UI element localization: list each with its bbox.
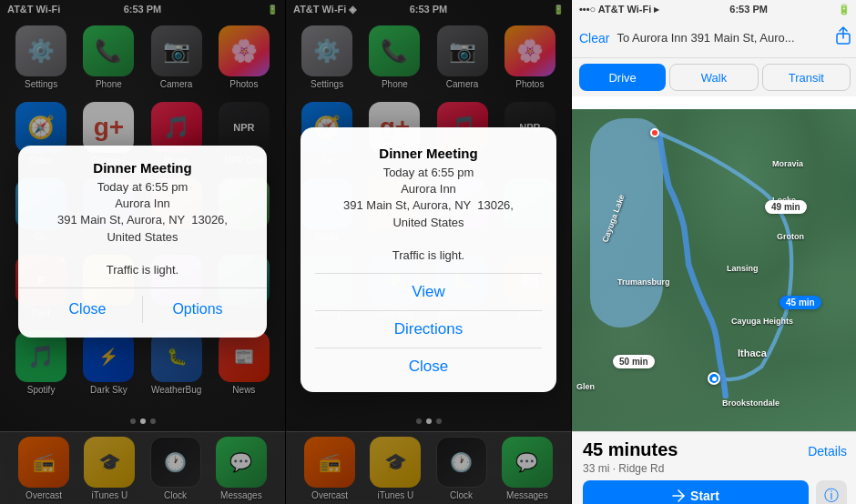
time-bubble-50: 50 min: [613, 355, 655, 368]
maps-time: 6:53 PM: [729, 4, 768, 15]
popup-buttons-1: Close Options: [33, 296, 252, 323]
segment-transit[interactable]: Transit: [762, 64, 851, 91]
maps-battery: 🔋: [838, 4, 851, 15]
popup-view-btn[interactable]: View: [315, 273, 542, 310]
popup-directions-btn[interactable]: Directions: [315, 310, 542, 348]
popup-body-1: Today at 6:55 pm Aurora Inn 391 Main St,…: [33, 179, 252, 278]
location-icon: [672, 489, 685, 502]
maps-destination: To Aurora Inn 391 Main St, Auro...: [617, 31, 829, 45]
popup-compact: Dinner Meeting Today at 6:55 pm Aurora I…: [18, 146, 267, 338]
maps-info-btn[interactable]: ⓘ: [816, 480, 847, 504]
popup-close-btn-2[interactable]: Close: [315, 348, 542, 385]
popup-title-1: Dinner Meeting: [33, 160, 252, 176]
popup-close-btn-1[interactable]: Close: [33, 296, 142, 323]
segment-drive[interactable]: Drive: [579, 64, 666, 91]
maps-summary-left: 45 minutes 33 mi · Ridge Rd: [583, 439, 678, 475]
maps-header: •••○ AT&T Wi-Fi ▸ 6:53 PM 🔋 Clear To Aur…: [572, 0, 856, 96]
screen3: •••○ AT&T Wi-Fi ▸ 6:53 PM 🔋 Clear To Aur…: [572, 0, 856, 504]
maps-action-row: Start ⓘ: [583, 480, 847, 504]
maps-clear-btn[interactable]: Clear: [579, 31, 609, 45]
screen1: AT&T Wi-Fi 6:53 PM 🔋 ⚙️ Settings 📞 Phone…: [0, 0, 285, 504]
maps-distance: 33 mi · Ridge Rd: [583, 462, 678, 475]
maps-details-btn[interactable]: Details: [808, 444, 847, 459]
popup-divider-1: [18, 287, 267, 288]
time-bubble-45: 45 min: [780, 296, 821, 309]
maps-bottom-bar: 45 minutes 33 mi · Ridge Rd Details Star…: [572, 431, 856, 504]
maps-nav-bar: Clear To Aurora Inn 391 Main St, Auro...: [572, 18, 856, 58]
maps-duration: 45 minutes: [583, 439, 678, 460]
info-icon: ⓘ: [824, 487, 839, 505]
popup-expanded: Dinner Meeting Today at 6:55 pm Aurora I…: [301, 127, 556, 392]
maps-segment-control: Drive Walk Transit: [572, 58, 856, 96]
map-pin-start: [650, 128, 659, 137]
screen2: AT&T Wi-Fi ◈ 6:53 PM 🔋 ⚙️ Settings 📞 Pho…: [286, 0, 571, 504]
popup-body-2: Today at 6:55 pm Aurora Inn 391 Main St,…: [315, 165, 542, 264]
map-area[interactable]: Cayuga Lake Trumansburg Moravia Groton L…: [572, 109, 856, 431]
maps-start-btn[interactable]: Start: [583, 480, 809, 504]
map-pin-end: [708, 372, 720, 385]
start-btn-label: Start: [690, 489, 719, 503]
segment-walk[interactable]: Walk: [669, 64, 758, 91]
time-bubble-49: 49 min: [765, 200, 807, 214]
maps-summary-row: 45 minutes 33 mi · Ridge Rd Details: [583, 439, 847, 475]
maps-carrier: •••○ AT&T Wi-Fi ▸: [579, 4, 659, 15]
popup-options-btn[interactable]: Options: [143, 296, 252, 323]
popup-title-2: Dinner Meeting: [315, 146, 542, 161]
maps-share-btn[interactable]: [836, 26, 851, 49]
maps-status-bar: •••○ AT&T Wi-Fi ▸ 6:53 PM 🔋: [572, 0, 856, 18]
